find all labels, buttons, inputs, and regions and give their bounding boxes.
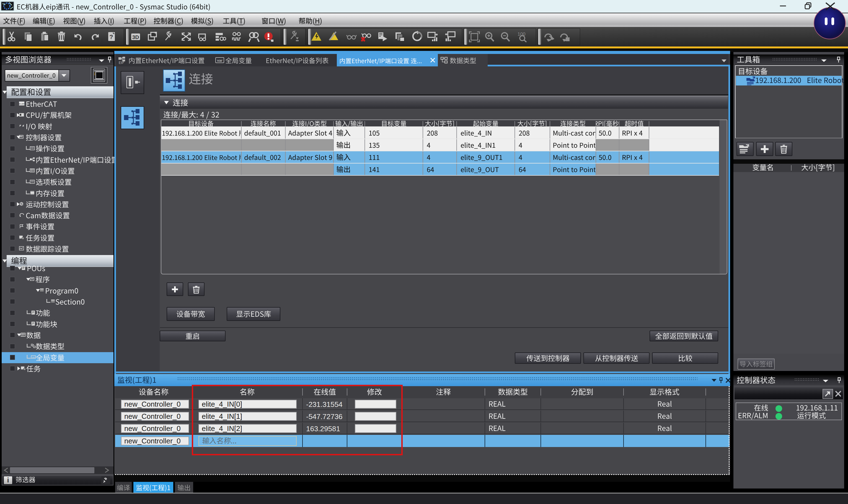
svg-text:var: var [32,356,35,359]
svg-text:var: var [217,58,223,62]
svg-text:ECAT: ECAT [19,103,25,105]
svg-text:?: ? [109,34,113,40]
svg-text:3D: 3D [132,34,139,40]
svg-text:EIP: EIP [119,61,124,65]
